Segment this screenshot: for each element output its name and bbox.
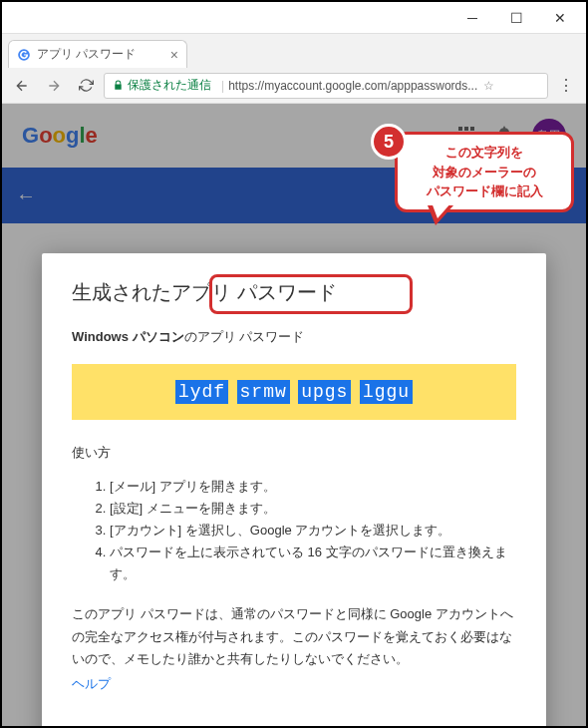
modal-subhead: Windows パソコンのアプリ パスワード: [72, 328, 516, 346]
modal-title: 生成されたアプリ パスワード: [72, 279, 516, 306]
howto-step: [設定] メニューを開きます。: [110, 498, 516, 520]
browser-tab[interactable]: アプリ パスワード ×: [8, 40, 187, 68]
howto-title: 使い方: [72, 444, 516, 462]
help-link[interactable]: ヘルプ: [72, 676, 111, 691]
reload-button[interactable]: [72, 72, 100, 100]
browser-menu-button[interactable]: ⋮: [552, 72, 580, 100]
window-titlebar: ─ ☐ ✕: [2, 2, 586, 34]
lock-icon: 保護された通信: [113, 77, 211, 94]
annotation-callout: 5 この文字列を 対象のメーラーの パスワード欄に記入: [395, 132, 574, 212]
callout-text: この文字列を 対象のメーラーの パスワード欄に記入: [395, 132, 574, 212]
password-note: このアプリ パスワードは、通常のパスワードと同様に Google アカウントへの…: [72, 603, 516, 669]
back-button[interactable]: [8, 72, 36, 100]
app-password-modal: 生成されたアプリ パスワード Windows パソコンのアプリ パスワード ly…: [42, 253, 546, 726]
password-display: lydf srmw upgs lggu: [72, 364, 516, 420]
done-button[interactable]: 完了: [468, 723, 516, 726]
window-close-button[interactable]: ✕: [538, 4, 582, 32]
tab-close-icon[interactable]: ×: [170, 47, 178, 63]
url-text: https://myaccount.google.com/apppassword…: [228, 79, 477, 93]
bookmark-star-icon[interactable]: ☆: [483, 79, 494, 93]
tab-title: アプリ パスワード: [37, 46, 164, 63]
window-maximize-button[interactable]: ☐: [494, 4, 538, 32]
generated-password[interactable]: lydf srmw upgs lggu: [173, 382, 415, 402]
howto-step: [メール] アプリを開きます。: [110, 476, 516, 498]
address-bar: 保護された通信 | https://myaccount.google.com/a…: [2, 68, 586, 104]
forward-button[interactable]: [40, 72, 68, 100]
google-favicon-icon: [17, 48, 31, 62]
howto-list: [メール] アプリを開きます。 [設定] メニューを開きます。 [アカウント] …: [72, 476, 516, 585]
window-minimize-button[interactable]: ─: [450, 4, 494, 32]
howto-step: パスワードを上に表示されている 16 文字のパスワードに置き換えます。: [110, 542, 516, 585]
secure-label: 保護された通信: [128, 77, 211, 94]
url-input[interactable]: 保護された通信 | https://myaccount.google.com/a…: [104, 73, 548, 99]
howto-step: [アカウント] を選択し、Google アカウントを選択します。: [110, 520, 516, 542]
callout-number-badge: 5: [371, 124, 407, 160]
tab-bar: アプリ パスワード ×: [2, 34, 586, 68]
